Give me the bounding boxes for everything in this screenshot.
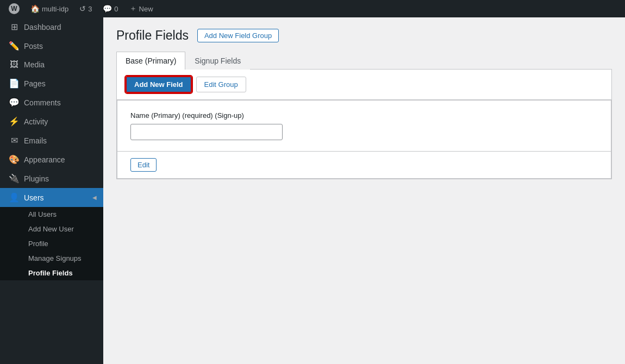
activity-icon: ⚡	[9, 116, 20, 127]
users-arrow-icon: ◀	[92, 194, 97, 200]
comments-nav-icon: 💬	[9, 97, 20, 108]
comments-button[interactable]: 💬 0	[98, 0, 122, 17]
tab-list: Base (Primary) Signup Fields	[116, 52, 612, 70]
sidebar-label-posts: Posts	[24, 42, 43, 51]
media-icon: 🖼	[9, 60, 20, 70]
revisions-button[interactable]: ↺ 3	[75, 0, 96, 17]
page-title: Profile Fields	[116, 28, 189, 43]
sidebar-sub-item-add-new-user[interactable]: Add New User	[0, 222, 103, 236]
sidebar-item-posts[interactable]: ✏️ Posts	[0, 36, 103, 55]
sidebar-item-plugins[interactable]: 🔌 Plugins	[0, 169, 103, 188]
add-new-field-button[interactable]: Add New Field	[126, 76, 192, 93]
field-card: Name (Primary) (required) (Sign-up) Edit	[117, 100, 611, 179]
sidebar-sub-item-profile[interactable]: Profile	[0, 236, 103, 251]
field-edit-button[interactable]: Edit	[130, 158, 157, 172]
sidebar-sub-item-manage-signups[interactable]: Manage Signups	[0, 251, 103, 266]
tab-base-primary[interactable]: Base (Primary)	[116, 52, 185, 70]
sidebar-item-media[interactable]: 🖼 Media	[0, 55, 103, 74]
sidebar-label-comments: Comments	[24, 98, 61, 107]
sidebar-label-dashboard: Dashboard	[24, 23, 61, 32]
field-label: Name (Primary) (required) (Sign-up)	[130, 111, 598, 120]
dashboard-icon: ⊞	[9, 22, 20, 32]
field-edit-row: Edit	[117, 152, 611, 178]
posts-icon: ✏️	[9, 41, 20, 51]
wp-logo-icon: W	[9, 3, 20, 14]
sidebar-label-plugins: Plugins	[24, 174, 49, 183]
sidebar-label-emails: Emails	[24, 136, 47, 145]
field-card-inner: Name (Primary) (required) (Sign-up)	[117, 101, 611, 152]
revisions-icon: ↺	[79, 4, 86, 13]
tabs-section: Base (Primary) Signup Fields Add New Fie…	[116, 52, 612, 179]
comments-count: 0	[114, 5, 118, 13]
wp-logo-button[interactable]: W	[4, 0, 24, 17]
edit-group-button[interactable]: Edit Group	[196, 77, 246, 92]
field-input[interactable]	[130, 124, 283, 140]
plus-icon: ＋	[129, 4, 137, 14]
sidebar-item-dashboard[interactable]: ⊞ Dashboard	[0, 17, 103, 36]
sidebar-label-appearance: Appearance	[24, 155, 65, 164]
home-icon: 🏠	[30, 4, 40, 13]
comments-icon: 💬	[103, 4, 112, 13]
add-new-field-group-button[interactable]: Add New Field Group	[197, 29, 279, 42]
users-icon: 👤	[9, 192, 20, 203]
sidebar: ⊞ Dashboard ✏️ Posts 🖼 Media 📄 Pages 💬 C…	[0, 17, 103, 364]
sidebar-item-pages[interactable]: 📄 Pages	[0, 74, 103, 93]
sidebar-item-appearance[interactable]: 🎨 Appearance	[0, 150, 103, 169]
sidebar-item-activity[interactable]: ⚡ Activity	[0, 112, 103, 131]
sidebar-item-comments[interactable]: 💬 Comments	[0, 93, 103, 112]
emails-icon: ✉	[9, 135, 20, 146]
appearance-icon: 🎨	[9, 154, 20, 165]
action-content-wrapper: Add New Field Edit Group Name (Primary) …	[116, 70, 612, 179]
users-submenu: All Users Add New User Profile Manage Si…	[0, 207, 103, 280]
sidebar-label-pages: Pages	[24, 79, 46, 88]
sidebar-item-users[interactable]: 👤 Users ◀	[0, 188, 103, 207]
sidebar-label-users: Users	[24, 193, 44, 202]
site-name-button[interactable]: 🏠 multi-idp	[26, 0, 73, 17]
new-content-button[interactable]: ＋ New	[125, 0, 158, 17]
sidebar-sub-item-all-users[interactable]: All Users	[0, 207, 103, 222]
new-label: New	[139, 5, 153, 13]
sidebar-item-emails[interactable]: ✉ Emails	[0, 131, 103, 150]
pages-icon: 📄	[9, 78, 20, 89]
main-content: Profile Fields Add New Field Group Base …	[103, 17, 625, 364]
sidebar-sub-item-profile-fields[interactable]: Profile Fields	[0, 266, 103, 280]
page-header: Profile Fields Add New Field Group	[116, 28, 612, 43]
sidebar-label-activity: Activity	[24, 117, 48, 126]
layout: ⊞ Dashboard ✏️ Posts 🖼 Media 📄 Pages 💬 C…	[0, 17, 625, 364]
top-bar: W 🏠 multi-idp ↺ 3 💬 0 ＋ New	[0, 0, 625, 17]
plugins-icon: 🔌	[9, 173, 20, 184]
action-bar: Add New Field Edit Group	[117, 70, 611, 100]
site-name-label: multi-idp	[42, 5, 68, 13]
revisions-count: 3	[88, 5, 92, 13]
tab-signup-fields[interactable]: Signup Fields	[185, 52, 250, 70]
sidebar-label-media: Media	[24, 60, 45, 69]
